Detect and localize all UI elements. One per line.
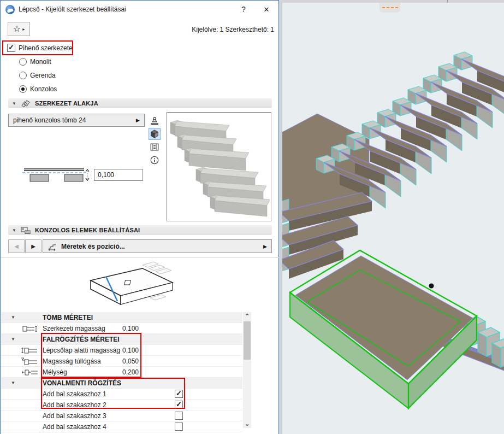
row-value[interactable]: 0,200 <box>122 368 139 376</box>
page-selector-value: Méretek és pozíció... <box>61 243 259 250</box>
landing-structure-label: Pihenő szerkezete <box>19 44 73 52</box>
stamp-view-icon[interactable] <box>149 115 161 127</box>
selection-status: Kijelölve: 1 Szerkeszthető: 1 <box>192 26 274 33</box>
row-checkbox[interactable] <box>175 401 183 409</box>
table-group-row[interactable]: ▼ FALRÖGZÍTÉS MÉRETEI <box>1 334 242 345</box>
radio-gerenda[interactable] <box>19 72 27 79</box>
row-checkbox[interactable] <box>175 390 183 398</box>
page-selector-dropdown[interactable]: Méretek és pozíció... ▶ <box>43 239 272 253</box>
collapse-triangle-icon: ▼ <box>12 101 16 106</box>
table-group-row[interactable]: ▼ VONALMENTI RÖGZÍTÉS <box>1 378 242 389</box>
help-button[interactable]: ? <box>233 1 254 18</box>
row-label: Szerkezeti magasság <box>43 325 105 332</box>
row-value[interactable]: 0,100 <box>122 347 139 354</box>
row-label: Mélység <box>43 368 67 376</box>
group-label: VONALMENTI RÖGZÍTÉS <box>43 379 121 387</box>
height-overhang-icon <box>21 357 39 366</box>
landing-structure-checkbox[interactable] <box>7 44 15 52</box>
dialog-title: Lépcső - Kijelölt szerkezet beállításai <box>19 5 126 13</box>
landing-block-diagram <box>61 260 192 310</box>
title-bar[interactable]: Lépcső - Kijelölt szerkezet beállításai … <box>1 1 278 18</box>
radio-konzolos[interactable] <box>19 85 27 93</box>
offset-section-diagram <box>21 167 93 183</box>
radio-konzolos-label: Konzolos <box>30 85 57 93</box>
info-icon[interactable] <box>149 154 161 166</box>
table-row: Szerkezeti magasság 0,100 <box>1 323 242 334</box>
radio-row-monolit: Monolit <box>19 58 51 66</box>
row-label: Add bal szakaszhoz 3 <box>43 412 106 420</box>
shape-icon <box>21 100 31 107</box>
flyout-arrow-icon: ▶ <box>263 244 267 249</box>
scroll-down-arrow[interactable]: ⌄ <box>243 420 251 428</box>
stair-settings-dialog: Lépcső - Kijelölt szerkezet beállításai … <box>0 0 279 434</box>
cantilever-settings-table: ▼ TÖMB MÉRETEI Szerkezeti magasság 0,100… <box>1 312 242 432</box>
table-row: Mélység 0,200 <box>1 367 242 378</box>
scrollbar-thumb[interactable] <box>244 321 251 360</box>
group-label: FALRÖGZÍTÉS MÉRETEI <box>43 336 120 343</box>
row-checkbox[interactable] <box>175 423 183 431</box>
prev-page-button[interactable]: ◀ <box>8 239 25 253</box>
3d-viewport[interactable] <box>279 0 504 434</box>
archicad-logo-icon <box>5 5 15 14</box>
section-header-shape[interactable]: ▼ SZERKEZET ALAKJA <box>8 98 272 108</box>
table-row: Lépcsőlap alatti magasság 0,100 <box>1 345 242 356</box>
row-label: Add bal szakaszhoz 1 <box>43 390 106 398</box>
table-row: Add bal szakaszhoz 2 <box>1 400 242 410</box>
next-page-button[interactable]: ▶ <box>25 239 41 253</box>
dimensions-icon <box>48 242 57 251</box>
row-value[interactable]: 0,050 <box>122 357 139 365</box>
3d-view-icon[interactable] <box>149 128 161 140</box>
row-checkbox[interactable] <box>175 412 183 420</box>
profile-dropdown[interactable]: pihenő konzolos tömb 24 ▶ <box>8 114 145 127</box>
collapse-triangle-icon: ▼ <box>11 380 15 385</box>
landing-structure-row: Pihenő szerkezete <box>7 44 73 52</box>
section-title: SZERKEZET ALAKJA <box>35 100 98 107</box>
screen: Lépcső - Kijelölt szerkezet beállításai … <box>0 0 504 434</box>
radio-monolit-label: Monolit <box>30 58 51 66</box>
profile-dropdown-value: pihenő konzolos tömb 24 <box>13 116 136 124</box>
row-label: Magasság túllógása <box>43 357 101 365</box>
hotspot-node[interactable] <box>429 284 434 289</box>
radio-row-konzolos: Konzolos <box>19 85 57 93</box>
favorites-button[interactable]: ☆ ▸ <box>8 22 30 36</box>
radio-row-gerenda: Gerenda <box>19 72 56 79</box>
scroll-up-arrow[interactable]: ⌃ <box>243 312 251 320</box>
radio-gerenda-label: Gerenda <box>30 72 56 79</box>
collapse-triangle-icon: ▼ <box>12 228 16 233</box>
collapse-triangle-icon: ▼ <box>11 315 15 320</box>
group-label: TÖMB MÉRETEI <box>43 314 93 321</box>
film-list-icon[interactable] <box>149 141 161 153</box>
radio-monolit[interactable] <box>19 58 27 66</box>
cantilever-settings-icon <box>21 227 31 234</box>
star-icon: ☆ <box>13 25 21 33</box>
close-button[interactable]: ✕ <box>256 1 277 18</box>
stair-3d-model[interactable] <box>282 3 504 434</box>
offset-value-input[interactable] <box>94 169 143 181</box>
table-row: Add bal szakaszhoz 4 <box>1 421 242 432</box>
under-tread-height-icon <box>21 346 39 355</box>
section-title: KONZOLOS ELEMEK BEÁLLÍTÁSAI <box>35 227 140 233</box>
depth-dimension-icon <box>21 368 39 377</box>
flyout-arrow-icon: ▶ <box>136 118 140 123</box>
row-label: Lépcsőlap alatti magasság <box>43 347 120 354</box>
table-group-row[interactable]: ▼ TÖMB MÉRETEI <box>1 312 242 323</box>
table-scrollbar[interactable]: ⌃ ⌄ <box>243 312 251 428</box>
section-header-cantilever[interactable]: ▼ KONZOLOS ELEMEK BEÁLLÍTÁSAI <box>8 225 272 235</box>
structure-preview-image <box>167 112 271 221</box>
collapse-triangle-icon: ▼ <box>11 337 15 342</box>
row-value[interactable]: 0,100 <box>122 325 139 332</box>
height-dimension-icon <box>21 324 39 333</box>
flyout-arrow-icon: ▸ <box>22 27 25 32</box>
row-label: Add bal szakaszhoz 2 <box>43 401 106 409</box>
row-label: Add bal szakaszhoz 4 <box>43 423 106 431</box>
separator <box>1 257 280 258</box>
table-row: Magasság túllógása 0,050 <box>1 356 242 367</box>
table-row: Add bal szakaszhoz 1 <box>1 389 242 400</box>
table-row: Add bal szakaszhoz 3 <box>1 410 242 421</box>
